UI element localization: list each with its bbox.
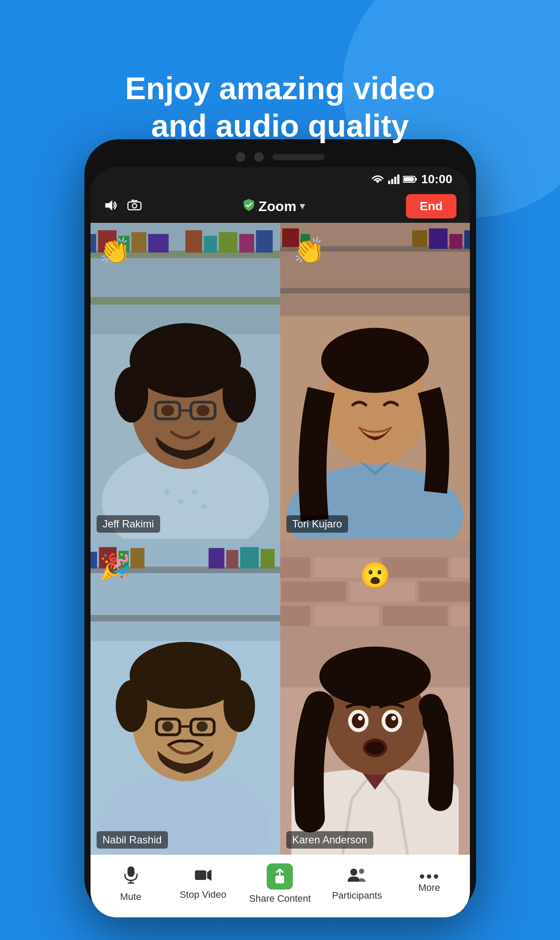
video-grid: 👏 Jeff Rakimi — [91, 223, 470, 855]
headline-line2: and audio quality — [151, 108, 409, 143]
svg-rect-67 — [226, 550, 238, 569]
speaker-bar — [272, 154, 325, 160]
svg-rect-1 — [388, 181, 390, 184]
share-icon — [267, 863, 293, 890]
more-label: More — [418, 882, 440, 893]
svg-rect-50 — [429, 228, 447, 249]
svg-point-80 — [196, 722, 208, 732]
svg-rect-3 — [394, 177, 396, 184]
svg-rect-51 — [449, 234, 462, 249]
svg-rect-16 — [91, 234, 96, 253]
svg-rect-68 — [240, 547, 258, 568]
phone-outer: 10:00 — [84, 139, 476, 914]
shield-icon — [243, 198, 255, 215]
video-cell-nabil: 🎉 Nabil Rashid — [91, 539, 280, 855]
battery-icon — [403, 175, 417, 183]
stop-video-button[interactable]: Stop Video — [177, 867, 229, 900]
more-button[interactable]: More — [403, 874, 455, 893]
video-cell-karen: 😮 Karen Anderson — [280, 539, 470, 855]
svg-rect-113 — [275, 876, 284, 883]
svg-point-34 — [114, 367, 148, 423]
name-jeff: Jeff Rakimi — [97, 515, 160, 533]
participants-button[interactable]: Participants — [331, 867, 383, 901]
svg-rect-83 — [280, 557, 310, 578]
svg-point-39 — [161, 405, 174, 416]
emoji-karen: 😮 — [359, 561, 391, 590]
bottom-toolbar: Mute Stop Video — [91, 855, 470, 917]
svg-marker-8 — [105, 200, 112, 211]
svg-point-40 — [196, 405, 209, 416]
person-nabil-svg — [91, 539, 280, 855]
participants-icon — [347, 867, 367, 886]
person-jeff-svg — [91, 223, 280, 539]
svg-point-35 — [222, 367, 256, 423]
svg-point-115 — [350, 869, 357, 876]
app-name: Zoom — [258, 198, 296, 215]
svg-rect-85 — [382, 557, 447, 578]
svg-rect-94 — [451, 606, 470, 626]
share-content-button[interactable]: Share Content — [249, 863, 311, 904]
dropdown-chevron[interactable]: ▾ — [300, 201, 305, 212]
phone-mockup: 10:00 — [84, 139, 476, 914]
camera-dot — [236, 152, 245, 162]
camera-flip-icon[interactable] — [127, 198, 142, 215]
svg-point-97 — [319, 647, 430, 706]
svg-rect-21 — [185, 230, 202, 252]
svg-point-107 — [366, 741, 384, 754]
svg-rect-20 — [148, 234, 168, 253]
zoom-badge[interactable]: Zoom ▾ — [243, 198, 305, 215]
svg-rect-62 — [91, 552, 97, 568]
svg-rect-6 — [415, 178, 417, 181]
svg-rect-23 — [218, 232, 237, 252]
svg-point-74 — [115, 680, 147, 732]
participants-label: Participants — [332, 890, 382, 901]
svg-point-104 — [358, 716, 362, 721]
video-cell-tori: 👏 Tori Kujaro — [280, 223, 470, 539]
emoji-tori: 👏 — [293, 236, 325, 265]
emoji-nabil: 🎉 — [99, 552, 131, 581]
svg-marker-0 — [375, 180, 380, 183]
svg-point-10 — [132, 204, 137, 208]
end-button[interactable]: End — [406, 194, 457, 218]
share-content-label: Share Content — [249, 893, 311, 904]
mute-label: Mute — [120, 891, 141, 903]
svg-point-56 — [321, 328, 429, 393]
svg-rect-69 — [260, 549, 274, 568]
headline-line1: Enjoy amazing video — [125, 71, 435, 106]
more-dots-icon — [420, 874, 438, 879]
svg-rect-111 — [195, 870, 206, 880]
svg-rect-86 — [451, 557, 470, 578]
speaker-icon[interactable] — [104, 198, 118, 215]
svg-rect-44 — [280, 288, 470, 293]
svg-marker-112 — [207, 870, 211, 881]
svg-rect-49 — [412, 230, 427, 247]
video-camera-icon — [194, 867, 212, 886]
emoji-jeff: 👏 — [99, 236, 131, 265]
call-header: Zoom ▾ End — [91, 190, 470, 223]
svg-rect-22 — [204, 236, 217, 252]
svg-rect-91 — [280, 606, 310, 626]
svg-point-99 — [422, 703, 448, 737]
phone-screen: 10:00 — [91, 167, 470, 917]
svg-rect-2 — [391, 179, 393, 184]
svg-rect-60 — [91, 615, 280, 621]
signal-icon — [388, 175, 399, 184]
name-nabil: Nabil Rashid — [97, 831, 168, 849]
status-icons — [371, 175, 417, 184]
svg-point-98 — [301, 706, 329, 743]
svg-rect-90 — [419, 581, 470, 602]
status-time: 10:00 — [421, 172, 453, 186]
camera-dot2 — [254, 152, 264, 162]
svg-point-103 — [385, 713, 398, 728]
wifi-icon — [371, 175, 385, 184]
phone-top-bar — [91, 145, 470, 167]
svg-rect-24 — [239, 234, 254, 253]
svg-rect-52 — [464, 230, 469, 249]
svg-point-30 — [201, 504, 207, 509]
svg-rect-7 — [404, 177, 414, 181]
svg-point-102 — [352, 713, 365, 728]
svg-rect-93 — [382, 606, 447, 626]
mute-button[interactable]: Mute — [105, 866, 157, 903]
svg-rect-14 — [91, 297, 280, 305]
svg-rect-88 — [281, 581, 346, 602]
